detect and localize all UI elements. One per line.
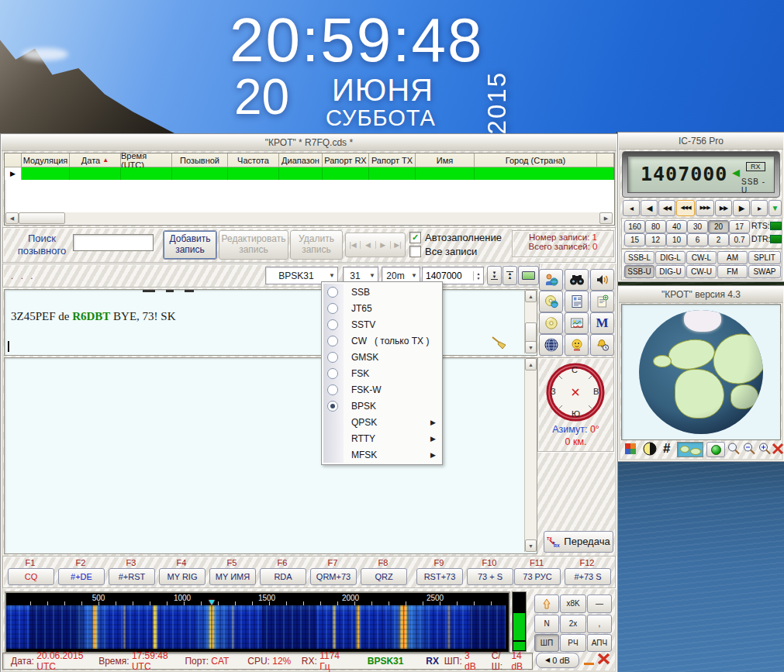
fkey-myrig-button[interactable]: MY RIG	[159, 568, 205, 585]
column-header-modulation[interactable]: Модуляция	[22, 153, 70, 167]
hscroll-left-arrow[interactable]: ◀	[5, 212, 19, 224]
menu-item-rtty[interactable]: RTTY▶	[322, 430, 442, 446]
minimize-icon[interactable]	[584, 663, 594, 665]
palette-icon[interactable]	[624, 443, 637, 455]
mode-ssb-u-button[interactable]: SSB-U	[624, 265, 654, 278]
operator-photo-button[interactable]	[565, 334, 589, 356]
mode-am-button[interactable]: AM	[717, 251, 748, 264]
mode-fm-button[interactable]: FM	[717, 265, 748, 278]
waterfall-spectrum[interactable]	[6, 605, 506, 649]
add-record-button[interactable]: Добавить запись	[163, 230, 217, 260]
band-10-button[interactable]: 10	[666, 233, 687, 246]
tx-scroll-up-arrow[interactable]: ▲	[525, 358, 537, 370]
zoom-out-icon[interactable]	[742, 442, 756, 456]
column-header-rst-tx[interactable]: Рапорт TX	[369, 153, 416, 167]
band-2-button[interactable]: 2	[708, 233, 729, 246]
band-17-button[interactable]: 17	[729, 220, 750, 233]
fkey-73s2-button[interactable]: #+73 S	[565, 568, 611, 585]
tune-down-slow-button[interactable]: ◂	[623, 200, 640, 216]
band-160-button[interactable]: 160	[624, 220, 645, 233]
locate-button[interactable]	[706, 442, 725, 457]
band-80-button[interactable]: 80	[645, 220, 666, 233]
zoom-in-icon[interactable]	[758, 442, 772, 456]
rch-button[interactable]: РЧ	[560, 634, 586, 652]
cd-export-button[interactable]	[539, 312, 563, 334]
hscroll-thumb[interactable]	[19, 212, 65, 224]
flat-map-button[interactable]	[677, 442, 703, 457]
fkey-rst73-button[interactable]: RST+73	[416, 568, 463, 585]
rx-scroll-down-arrow[interactable]: ▼	[525, 341, 537, 353]
rx-scrollbar[interactable]: ▲ ▼	[524, 290, 537, 353]
menu-item-gmsk[interactable]: GMSK	[322, 349, 442, 365]
fkey-73rus-button[interactable]: 73 РУС	[514, 568, 561, 585]
band-40-button[interactable]: 40	[666, 220, 687, 233]
tune-up-slow-button[interactable]: ▸	[751, 200, 768, 216]
callbook-cd-button[interactable]	[539, 291, 563, 312]
menu-item-jt65[interactable]: JT65	[322, 300, 442, 316]
transmit-button[interactable]: TX RX Передача	[544, 531, 613, 553]
all-records-checkbox[interactable]: Все записи	[409, 246, 477, 257]
search-callsign-input[interactable]	[73, 234, 154, 251]
new-record-button[interactable]	[590, 291, 614, 312]
mode-dig-u-button[interactable]: DIG-U	[655, 265, 686, 278]
level-db-button[interactable]: ◀ 0 dB	[536, 653, 579, 668]
fkey-rda-button[interactable]: RDA	[260, 568, 306, 585]
fkey-myname-button[interactable]: MY ИМЯ	[209, 568, 256, 585]
column-header-city[interactable]: Город (Страна)	[475, 153, 597, 167]
nav-first-button[interactable]: |◀	[346, 241, 360, 249]
menu-item-fsk[interactable]: FSK	[322, 365, 442, 381]
waterfall-display[interactable]: 500 1000 1500 2000 2500	[5, 591, 510, 653]
fkey-rst-button[interactable]: #+RST	[109, 568, 155, 585]
rx-scroll-up-arrow[interactable]: ▲	[525, 290, 537, 302]
rx-text-area[interactable]: 3Z45PEF de R6DBT BYE, 73! SK ▲ ▼	[4, 289, 537, 356]
n-button[interactable]: N	[534, 615, 559, 633]
close-icon[interactable]	[596, 652, 611, 666]
globe-view[interactable]	[621, 304, 781, 440]
fkey-73s-button[interactable]: 73 + S	[467, 568, 513, 585]
fkey-qrm73-button[interactable]: QRM+73	[310, 568, 357, 585]
rig-display-button[interactable]	[518, 266, 539, 285]
column-header-band[interactable]: Диапазон	[279, 153, 323, 167]
shp-button[interactable]: ШП	[534, 634, 559, 652]
grid-hash-icon[interactable]: #	[663, 441, 670, 457]
nav-last-button[interactable]: ▶|	[390, 241, 405, 249]
nav-prev-button[interactable]: ◀	[360, 241, 375, 249]
mode-swap-button[interactable]: SWAP	[748, 265, 781, 278]
globe-close-icon[interactable]	[772, 442, 784, 456]
tune-down-fast-button[interactable]: ◀◀	[658, 200, 675, 216]
tune-up-fast-button[interactable]: ▶▶	[715, 200, 732, 216]
x2-button[interactable]: 2x	[560, 615, 586, 633]
log-hscrollbar[interactable]: ◀ ▶	[5, 212, 613, 224]
hscroll-right-arrow[interactable]: ▶	[599, 212, 613, 224]
freq-step-up-button[interactable]: ▲▲	[503, 266, 517, 285]
mode-cw-l-button[interactable]: CW-L	[686, 251, 717, 264]
band-6-button[interactable]: 6	[687, 233, 708, 246]
apch-button[interactable]: АПЧ	[587, 634, 612, 652]
comma-button[interactable]: ,	[587, 615, 612, 633]
spinner-down-icon[interactable]: ▼	[477, 276, 481, 281]
fkey-cq-button[interactable]: CQ	[8, 568, 54, 585]
freq-step-down-button[interactable]: ▼▼	[487, 266, 502, 285]
dash-button[interactable]: —	[587, 594, 612, 613]
autofill-checkbox[interactable]: ✓ Автозаполнение	[409, 232, 502, 243]
menu-item-qpsk[interactable]: QPSK▶	[322, 414, 442, 430]
band-20-button[interactable]: 20	[708, 220, 729, 233]
tune-up-fastest-button[interactable]: ▶▶▶	[696, 200, 714, 216]
contrast-icon[interactable]	[643, 442, 657, 456]
tune-up-button[interactable]: ▶	[733, 200, 750, 216]
operator-info-button[interactable]	[539, 269, 563, 291]
tx-scrollbar[interactable]: ▲ ▼	[524, 358, 537, 552]
band-30-button[interactable]: 30	[687, 220, 708, 233]
band-dropdown-button[interactable]: ▼	[768, 200, 782, 216]
sound-button[interactable]	[590, 269, 614, 291]
mode-ssb-l-button[interactable]: SSB-L	[624, 251, 654, 264]
rx-frequency-marker[interactable]	[209, 600, 215, 605]
delete-record-button[interactable]: Удалить запись	[290, 230, 343, 260]
log-table-row[interactable]: ▶	[5, 167, 614, 180]
menu-item-mfsk[interactable]: MFSK▶	[322, 446, 442, 463]
log-form-button[interactable]	[565, 291, 589, 312]
zoom-icon[interactable]	[727, 442, 741, 456]
macros-button[interactable]: M	[590, 312, 614, 334]
mode-dig-l-button[interactable]: DIG-L	[655, 251, 686, 264]
alarm-button[interactable]	[590, 334, 614, 356]
